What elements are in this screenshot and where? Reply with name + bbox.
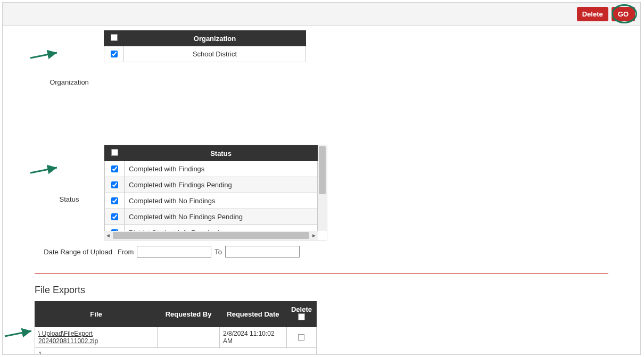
date-from-label: From (118, 248, 134, 256)
section-divider (35, 273, 608, 274)
annotation-arrow-icon (4, 327, 36, 341)
date-range-row: Date Range of Upload From To (35, 246, 608, 258)
status-row: Completed with Findings Pending (105, 177, 318, 193)
scrollbar-vertical[interactable] (318, 145, 327, 231)
exports-footer-count: 1 (35, 347, 317, 355)
toolbar: Delete GO (3, 3, 640, 26)
organization-header: Organization (124, 31, 306, 46)
svg-line-2 (5, 331, 31, 336)
exports-file-link[interactable]: \ Upload\FileExport 20240208111002.zip (38, 330, 98, 345)
date-from-input[interactable] (137, 246, 211, 258)
status-row: Completed with No Findings (105, 193, 318, 209)
status-selectall-header[interactable] (105, 146, 125, 161)
organization-row: School District (104, 46, 306, 62)
status-row-name: Completed with No Findings Pending (125, 209, 318, 225)
svg-line-1 (30, 168, 57, 173)
file-exports-title: File Exports (35, 285, 608, 296)
exports-file-cell: \ Upload\FileExport 20240208111002.zip (35, 327, 158, 347)
organization-filter-row: Organization Organization School Distric… (35, 30, 608, 86)
organization-filter-label: Organization (35, 78, 104, 86)
status-scroll-container: Status Completed with FindingsCompleted … (104, 145, 327, 240)
status-filter-row: Status Status Completed with FindingsCom… (35, 145, 608, 240)
organization-row-checkbox[interactable] (111, 51, 118, 57)
svg-line-0 (30, 53, 57, 58)
date-to-label: To (214, 248, 222, 256)
scroll-left-icon[interactable]: ◄ (104, 232, 112, 239)
status-row-checkbox[interactable] (111, 197, 118, 204)
annotation-arrow-icon (29, 48, 61, 62)
status-row: Completed with No Findings Pending (105, 209, 318, 225)
exports-requesteddate-header: Requested Date (219, 302, 286, 327)
exports-delete-cell (286, 327, 316, 347)
organization-selectall-header[interactable] (104, 31, 124, 46)
file-exports-table: File Requested By Requested Date Delete … (35, 301, 317, 355)
status-row-name: Completed with Findings (125, 161, 318, 177)
status-row-checkbox[interactable] (111, 213, 118, 220)
scroll-right-icon[interactable]: ► (310, 232, 318, 239)
status-header: Status (125, 146, 318, 161)
go-button[interactable]: GO (612, 7, 635, 21)
exports-requestedby-header: Requested By (158, 302, 220, 327)
exports-row-delete-checkbox[interactable] (298, 334, 304, 341)
status-filter-label: Status (35, 195, 104, 203)
status-row: Completed with Findings (105, 161, 318, 177)
scrollbar-horizontal[interactable]: ◄ ► (104, 231, 318, 240)
exports-row: \ Upload\FileExport 20240208111002.zip2/… (35, 327, 317, 347)
delete-button[interactable]: Delete (577, 7, 608, 21)
status-row-checkbox[interactable] (111, 181, 118, 188)
annotation-arrow-icon (29, 163, 61, 177)
date-to-input[interactable] (225, 246, 300, 258)
date-range-label: Date Range of Upload (35, 248, 114, 256)
exports-delete-header[interactable]: Delete (286, 302, 316, 327)
status-row-name: District Student Info Required (125, 225, 318, 231)
organization-row-name: School District (124, 46, 306, 62)
organization-table: Organization School District (104, 30, 306, 62)
status-row: District Student Info Required (105, 225, 318, 231)
exports-file-header: File (35, 302, 158, 327)
status-row-checkbox[interactable] (111, 165, 118, 172)
exports-requestedby-cell (158, 327, 220, 347)
status-row-name: Completed with Findings Pending (125, 177, 318, 193)
status-table: Status Completed with FindingsCompleted … (104, 145, 318, 231)
exports-requesteddate-cell: 2/8/2024 11:10:02 AM (219, 327, 286, 347)
status-row-name: Completed with No Findings (125, 193, 318, 209)
